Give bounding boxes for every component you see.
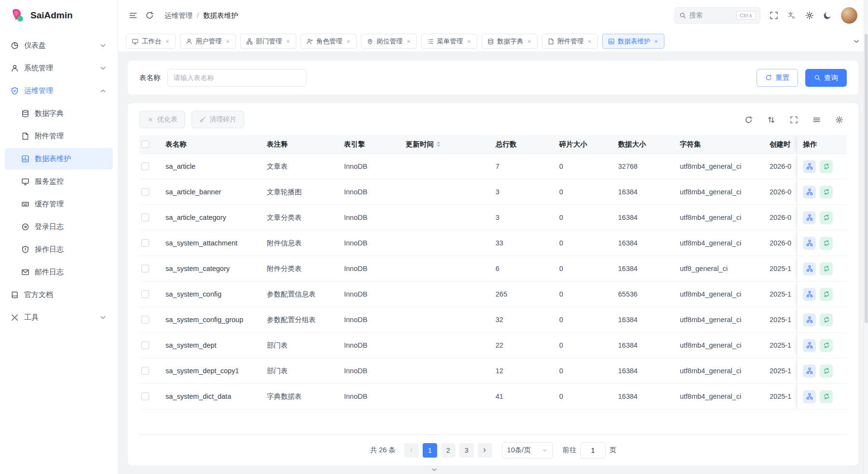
next-page-button[interactable]: [478, 443, 492, 458]
tab-workbench[interactable]: 工作台: [126, 34, 176, 49]
row-checkbox[interactable]: [141, 239, 149, 247]
tab-table-maintenance[interactable]: 数据表维护: [602, 34, 665, 49]
table-settings-icon[interactable]: [831, 112, 847, 127]
sort-carets-icon[interactable]: [437, 141, 441, 148]
prev-page-button[interactable]: [404, 443, 419, 458]
breadcrumb-separator: /: [197, 12, 199, 19]
global-search[interactable]: 搜索 Ctrl k: [675, 7, 760, 24]
row-checkbox[interactable]: [141, 290, 149, 298]
collapse-sidebar-icon[interactable]: [129, 11, 138, 20]
tab-close-icon[interactable]: [346, 39, 351, 44]
tab-close-icon[interactable]: [225, 39, 230, 44]
table-optimize-button[interactable]: [820, 339, 833, 352]
table-refresh-icon[interactable]: [741, 112, 756, 127]
tab-close-icon[interactable]: [467, 39, 471, 44]
row-checkbox[interactable]: [141, 163, 149, 170]
optimize-table-button[interactable]: 优化表: [139, 111, 185, 128]
breadcrumb-item[interactable]: 运维管理: [165, 11, 193, 20]
table-sort-icon[interactable]: [763, 112, 779, 127]
tab-attachment[interactable]: 附件管理: [542, 34, 598, 49]
reset-button[interactable]: 重置: [757, 69, 798, 87]
sidebar-item-operations[interactable]: 运维管理: [5, 80, 113, 102]
table-optimize-button[interactable]: [820, 390, 833, 403]
sidebar-item-login-log[interactable]: 登录日志: [5, 216, 113, 238]
table-optimize-button[interactable]: [820, 237, 833, 250]
tab-menu[interactable]: 菜单管理: [421, 34, 477, 49]
table-fullscreen-icon[interactable]: [786, 112, 801, 127]
table-structure-button[interactable]: [803, 237, 816, 250]
clean-fragments-button[interactable]: 清理碎片: [192, 111, 244, 128]
tab-close-icon[interactable]: [527, 39, 532, 44]
per-page-select[interactable]: 10条/页: [502, 442, 553, 459]
table-optimize-button[interactable]: [820, 160, 833, 173]
table-density-icon[interactable]: [809, 112, 824, 127]
sidebar-item-table-maintenance[interactable]: 数据表维护: [5, 148, 113, 170]
row-checkbox[interactable]: [141, 214, 149, 221]
scrollbar-thumb[interactable]: [865, 34, 868, 323]
cell-created: 2026-0: [766, 179, 797, 204]
sidebar-item-dashboard[interactable]: 仪表盘: [5, 35, 113, 56]
row-checkbox[interactable]: [141, 341, 149, 349]
tab-close-icon[interactable]: [654, 39, 659, 44]
tab-close-icon[interactable]: [406, 39, 411, 44]
table-structure-button[interactable]: [803, 390, 816, 403]
table-structure-button[interactable]: [803, 262, 816, 275]
scroll-down-indicator[interactable]: [429, 466, 439, 474]
translate-icon[interactable]: 文A: [787, 11, 796, 20]
sidebar-item-cache[interactable]: 缓存管理: [5, 193, 113, 215]
window-scrollbar[interactable]: [864, 0, 868, 474]
select-all-checkbox[interactable]: [141, 140, 149, 148]
cell-name: sa_system_config_group: [162, 307, 263, 332]
goto-page-input[interactable]: [580, 442, 606, 459]
table-structure-button[interactable]: [803, 365, 816, 378]
sidebar-item-docs[interactable]: 官方文档: [5, 284, 113, 306]
sidebar-item-system[interactable]: 系统管理: [5, 57, 113, 79]
sidebar-item-operation-log[interactable]: 操作日志: [5, 239, 113, 260]
user-avatar[interactable]: [841, 7, 857, 24]
page-2-button[interactable]: 2: [441, 443, 455, 458]
table-structure-button[interactable]: [803, 288, 816, 301]
row-checkbox[interactable]: [141, 265, 149, 272]
row-checkbox[interactable]: [141, 393, 149, 400]
tab-role[interactable]: 角色管理: [301, 34, 357, 49]
page-3-button[interactable]: 3: [459, 443, 474, 458]
row-checkbox[interactable]: [141, 188, 149, 196]
table-optimize-button[interactable]: [820, 365, 833, 378]
page-1-button[interactable]: 1: [423, 443, 437, 458]
tab-dept[interactable]: 部门管理: [240, 34, 296, 49]
table-structure-button[interactable]: [803, 339, 816, 352]
dark-mode-icon[interactable]: [823, 11, 832, 20]
sidebar-item-tools[interactable]: 工具: [5, 307, 113, 328]
table-optimize-button[interactable]: [820, 211, 833, 224]
tab-dict[interactable]: 数据字典: [482, 34, 537, 49]
tab-close-icon[interactable]: [587, 39, 592, 44]
table-optimize-button[interactable]: [820, 288, 833, 301]
table-structure-button[interactable]: [803, 211, 816, 224]
sidebar-item-data-dictionary[interactable]: 数据字典: [5, 103, 113, 124]
sidebar-item-mail-log[interactable]: 邮件日志: [5, 261, 113, 283]
tab-post[interactable]: 岗位管理: [361, 34, 417, 49]
table-optimize-button[interactable]: [820, 186, 833, 199]
refresh-page-icon[interactable]: [145, 11, 154, 20]
table-optimize-button[interactable]: [820, 262, 833, 275]
table-structure-button[interactable]: [803, 186, 816, 199]
row-checkbox[interactable]: [141, 316, 149, 324]
column-header-updated[interactable]: 更新时间: [402, 135, 492, 153]
tab-close-icon[interactable]: [165, 39, 170, 44]
query-button[interactable]: 查询: [805, 69, 847, 87]
sidebar-item-attachment[interactable]: 附件管理: [5, 125, 113, 147]
settings-icon[interactable]: [805, 11, 814, 20]
row-checkbox[interactable]: [141, 367, 149, 375]
cell-charset: utf8mb4_general_ci: [676, 282, 766, 307]
tab-close-icon[interactable]: [286, 39, 290, 44]
tabs-dropdown-icon[interactable]: [853, 38, 860, 45]
table-optimize-button[interactable]: [820, 313, 833, 326]
cell-action: [797, 333, 847, 358]
table-structure-button[interactable]: [803, 160, 816, 173]
table-name-input[interactable]: [167, 69, 306, 87]
table-structure-button[interactable]: [803, 313, 816, 326]
sidebar-item-service-monitor[interactable]: 服务监控: [5, 171, 113, 192]
fullscreen-icon[interactable]: [770, 11, 778, 20]
tab-user[interactable]: 用户管理: [180, 34, 236, 49]
logo[interactable]: SaiAdmin: [0, 0, 118, 31]
